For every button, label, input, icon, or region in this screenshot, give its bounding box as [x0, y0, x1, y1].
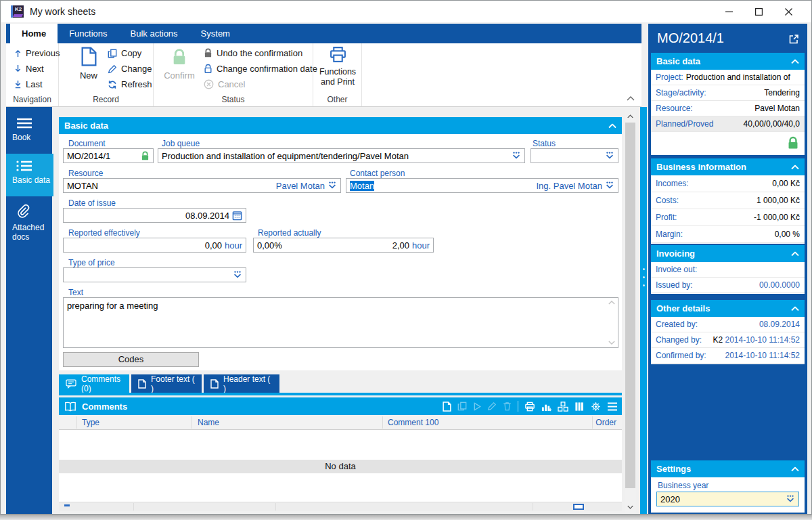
ribbon-group-status: Confirm Undo the confirmation Change con…: [154, 43, 313, 106]
tab-footer-text[interactable]: Footer text ( ): [131, 374, 202, 393]
settings-gear-icon[interactable]: [591, 402, 601, 412]
panel-settings-body: Business year 2020: [651, 477, 805, 513]
window-title: My work sheets: [30, 1, 95, 22]
text-area[interactable]: preparing for a meeting: [63, 297, 618, 348]
tab-functions[interactable]: Functions: [58, 24, 118, 43]
collapse-section-icon[interactable]: [791, 467, 799, 471]
collapse-section-icon[interactable]: [791, 306, 799, 311]
last-button[interactable]: Last: [14, 77, 43, 91]
document-input[interactable]: MO/2014/1: [63, 148, 154, 163]
info-row: Changed by:K2 2014-10-10 11:14:52: [651, 332, 805, 348]
list-icon: [16, 160, 53, 171]
dropdown-icon[interactable]: [605, 151, 614, 160]
cubes-icon[interactable]: [558, 402, 568, 412]
reported-actually-input[interactable]: 0,00% 2,00 hour: [253, 238, 434, 253]
change-button[interactable]: Change: [108, 62, 152, 76]
cancel-button[interactable]: Cancel: [204, 77, 245, 91]
copy-button[interactable]: Copy: [108, 46, 141, 60]
codes-button[interactable]: Codes: [63, 352, 199, 367]
job-queue-input[interactable]: Production and installation of equipment…: [158, 148, 525, 163]
scrollbar-up-icon[interactable]: [625, 110, 636, 122]
new-record-icon[interactable]: [443, 402, 451, 412]
column-order[interactable]: Order: [595, 415, 616, 430]
scrollbar-down-icon[interactable]: [625, 501, 636, 513]
next-button[interactable]: Next: [14, 62, 44, 76]
contact-person-input[interactable]: Motan Ing. Pavel Motan: [346, 178, 618, 193]
printer-icon: [329, 46, 347, 63]
record-title: MO/2014/1: [657, 30, 724, 46]
calendar-icon[interactable]: [232, 211, 242, 221]
type-of-price-input[interactable]: [63, 267, 246, 282]
tab-comments[interactable]: Comments (0): [59, 374, 129, 393]
dropdown-icon[interactable]: [786, 494, 795, 504]
open-external-icon[interactable]: [788, 34, 799, 45]
tab-header-text[interactable]: Header text ( ): [204, 374, 279, 393]
play-icon[interactable]: [473, 402, 481, 411]
info-row: Planned/Proved 40,00/0,00/40,0: [651, 116, 805, 132]
tab-home[interactable]: Home: [10, 24, 58, 43]
dropdown-icon[interactable]: [233, 270, 242, 280]
sidebar-item-book[interactable]: Book: [6, 111, 52, 152]
dropdown-icon[interactable]: [328, 181, 337, 190]
speech-bubble-icon: [66, 379, 76, 389]
refresh-icon: [108, 80, 117, 89]
chart-icon[interactable]: [541, 402, 551, 412]
tab-system[interactable]: System: [189, 24, 242, 43]
info-row: Resource: Pavel Motan: [651, 101, 805, 116]
comments-grid-footer: [59, 502, 622, 511]
ribbon-tab-bar: Home Functions Bulk actions System: [6, 24, 641, 43]
scrollbar-thumb[interactable]: [625, 123, 635, 488]
column-type[interactable]: Type: [82, 415, 99, 430]
functions-and-print-button[interactable]: Functions and Print: [316, 46, 359, 87]
status-input[interactable]: [531, 148, 618, 163]
dropdown-icon[interactable]: [605, 181, 614, 190]
menu-hamburger-icon[interactable]: [607, 402, 618, 411]
info-row: Stage/activity: Tendering: [651, 85, 805, 101]
maximize-button[interactable]: [744, 1, 773, 22]
confirm-button[interactable]: Confirm: [162, 48, 197, 81]
column-comment[interactable]: Comment 100: [388, 415, 438, 430]
lock-green-icon: [141, 151, 150, 161]
scroll-down-icon[interactable]: [608, 341, 615, 345]
hour-unit: hour: [225, 240, 242, 251]
main-scrollbar[interactable]: [625, 110, 636, 513]
previous-button[interactable]: Previous: [14, 46, 60, 60]
lock-blue-outline-icon-item[interactable]: Change confirmation date: [204, 62, 317, 76]
new-button[interactable]: New: [74, 47, 104, 81]
columns-icon[interactable]: [574, 402, 585, 412]
refresh-button[interactable]: Refresh: [108, 77, 152, 91]
undo-confirmation-button[interactable]: Undo the confirmation: [204, 46, 302, 60]
collapse-section-icon[interactable]: [608, 123, 616, 128]
reported-effectively-input[interactable]: 0,00 hour: [63, 238, 246, 253]
ribbon-collapse-icon[interactable]: [627, 96, 635, 101]
ribbon-group-record: New Copy Change Refresh Record: [59, 43, 154, 106]
business-year-input[interactable]: 2020: [656, 492, 799, 506]
delete-trash-icon[interactable]: [503, 402, 512, 411]
panel-basic-data-body: Project: Production and installation of …: [651, 70, 805, 155]
cancel-circle-icon: [204, 79, 214, 89]
pencil-icon: [108, 64, 117, 74]
close-button[interactable]: [773, 1, 803, 22]
comments-toolbar: [443, 397, 618, 415]
date-of-issue-input[interactable]: 08.09.2014: [63, 208, 246, 223]
sidebar-item-attached-docs[interactable]: Attached docs: [6, 197, 52, 240]
resource-input[interactable]: MOTAN Pavel Motan: [63, 178, 341, 193]
status-label: Status: [533, 139, 556, 148]
resource-display: Pavel Motan: [276, 181, 325, 191]
column-name[interactable]: Name: [198, 415, 219, 430]
collapse-section-icon[interactable]: [791, 165, 799, 169]
lock-blue-outline-icon: [204, 64, 212, 74]
panel-splitter[interactable]: [640, 107, 647, 514]
print-icon[interactable]: [524, 402, 535, 412]
minimize-button[interactable]: [714, 1, 744, 22]
business-year-label: Business year: [658, 481, 708, 490]
scroll-up-icon[interactable]: [608, 301, 615, 305]
dropdown-icon[interactable]: [512, 151, 521, 160]
copy-record-icon[interactable]: [457, 402, 467, 411]
sidebar-item-basic-data[interactable]: Basic data: [6, 154, 53, 196]
collapse-section-icon[interactable]: [791, 59, 799, 64]
tab-bulk-actions[interactable]: Bulk actions: [119, 24, 189, 43]
edit-pencil-icon[interactable]: [487, 402, 497, 411]
open-book-icon: [64, 402, 76, 412]
collapse-section-icon[interactable]: [791, 251, 799, 256]
